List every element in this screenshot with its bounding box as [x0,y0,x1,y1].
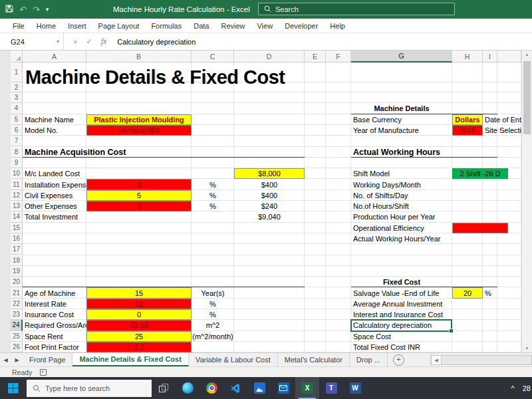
ribbon-tab-page-layout[interactable]: Page Layout [92,19,146,33]
cell-A21[interactable]: Age of Machine [23,287,86,298]
cell-C11[interactable]: % [192,179,234,190]
cell-G6[interactable]: Year of Manufacture [351,125,452,136]
row-header-3[interactable]: 3 [11,92,23,103]
column-header-G[interactable]: G [351,51,452,63]
name-box-dropdown-icon[interactable]: ▾ [57,39,59,45]
row-header-6[interactable]: 6 [11,125,23,136]
cell-G23[interactable]: Interest and Insurance Cost [351,309,452,320]
row-header-26[interactable]: 26 [11,342,23,352]
cell-G8[interactable]: Actual Working Hours [351,147,452,158]
enter-icon[interactable]: ✓ [86,37,92,46]
undo-icon[interactable]: ↶ [19,5,27,14]
vertical-scrollbar[interactable]: ▴ ▾ [521,51,532,352]
cell-C13[interactable]: % [192,201,234,211]
cell-H5[interactable]: Dollars [452,114,483,125]
column-header-B[interactable]: B [86,51,192,63]
ribbon-tab-review[interactable]: Review [215,19,251,33]
cell-G24[interactable]: Calculatory depreciation [351,320,452,331]
ribbon-tab-help[interactable]: Help [324,19,351,33]
cell-G4[interactable]: Machine Details [351,103,452,114]
column-header-I[interactable]: I [483,51,497,63]
ribbon-tab-view[interactable]: View [251,19,279,33]
cell-B12[interactable]: 5 [86,190,192,201]
column-header-H[interactable]: H [452,51,483,63]
cell-D13[interactable]: $240 [234,201,305,211]
cell-I21[interactable]: % [483,287,497,298]
cell-B22[interactable]: 11 [86,299,192,309]
select-all-corner[interactable] [11,51,23,63]
row-header-23[interactable]: 23 [11,309,23,320]
row-header-20[interactable]: 20 [11,277,23,287]
new-sheet-button[interactable]: + [393,354,404,366]
cell-G22[interactable]: Average Annual Investment [351,299,452,309]
cell-G20[interactable]: Fixed Cost [351,277,452,287]
row-header-25[interactable]: 25 [11,331,23,342]
cell-C21[interactable]: Year(s) [192,287,234,298]
row-header-21[interactable]: 21 [11,287,23,298]
row-header-8[interactable]: 8 [11,147,23,158]
worksheet-grid[interactable]: ABCDEFGHI1234567891011121314151617181920… [11,51,521,352]
cell-B6[interactable]: iArmour350 [86,125,192,136]
save-icon[interactable] [5,5,13,14]
cell-D11[interactable]: $400 [234,179,305,190]
row-header-14[interactable]: 14 [11,211,23,222]
taskbar-icon-edge[interactable] [176,377,200,399]
cell-A6[interactable]: Model No. [23,125,86,136]
column-header-D[interactable]: D [234,51,305,63]
cell-G21[interactable]: Salvage Value -End of Life [351,287,452,298]
ribbon-tab-data[interactable]: Data [188,19,215,33]
cell-A8[interactable]: Machine Acquisition Cost [23,147,86,158]
cell-H15[interactable] [452,223,508,233]
cell-G10[interactable]: Shift Model [351,168,452,179]
row-header-2[interactable]: 2 [11,82,23,92]
cell-G12[interactable]: No. of Shifts/Day [351,190,452,201]
cell-B25[interactable]: 25 [86,331,192,342]
cell-B13[interactable]: 3 [86,201,192,211]
cell-A25[interactable]: Space Rent [23,331,86,342]
ribbon-tab-formulas[interactable]: Formulas [145,19,188,33]
cell-A1[interactable]: Machine Details & Fixed Cost [23,63,86,92]
insert-function-icon[interactable]: fx [101,37,107,47]
row-header-9[interactable]: 9 [11,158,23,168]
row-header-15[interactable]: 15 [11,223,23,233]
cell-G26[interactable]: Total Fixed Cost INR [351,342,452,352]
taskbar-icon-chrome[interactable] [200,377,223,399]
cell-C24[interactable]: m^2 [192,320,234,331]
cell-A23[interactable]: Insurance Cost [23,309,86,320]
row-header-5[interactable]: 5 [11,114,23,125]
cell-G15[interactable]: Operational Efficiency [351,223,452,233]
ribbon-tab-home[interactable]: Home [31,19,62,33]
sheet-nav-right-icon[interactable]: ▶ [11,353,23,366]
horizontal-scroll-thumb[interactable] [442,355,532,365]
cell-D12[interactable]: $400 [234,190,305,201]
taskbar-icon-task-view[interactable] [152,377,176,399]
formula-input[interactable]: Calculatory depreciation [113,38,196,46]
taskbar-icon-teams[interactable]: T [319,377,343,399]
ribbon-tab-file[interactable]: File [7,19,31,33]
scroll-down-icon[interactable]: ▾ [522,344,532,352]
redo-icon[interactable]: ↷ [33,5,40,14]
cell-A12[interactable]: Civil Expenses [23,190,86,201]
cancel-icon[interactable]: × [73,38,77,46]
cell-G14[interactable]: Production Hour per Year [351,211,452,222]
taskbar-icon-excel[interactable]: X [295,377,319,399]
ribbon-tab-insert[interactable]: Insert [62,19,92,33]
taskbar-icon-photos[interactable] [247,377,271,399]
cell-G16[interactable]: Actual Working Hours/Year [351,233,452,244]
cell-I6[interactable]: Site Selecti [483,125,497,136]
macro-record-icon[interactable] [40,369,47,376]
titlebar-search-box[interactable]: Search [258,3,455,15]
sheet-tab-metal-s-calculator[interactable]: Metal's Calculator [278,353,350,366]
cell-B26[interactable]: 1.3 [86,342,192,352]
tray-chevron-icon[interactable]: ^ [511,384,515,392]
taskbar-icon-word[interactable]: W [343,377,367,399]
ribbon-tab-developer[interactable]: Developer [279,19,324,33]
column-header-A[interactable]: A [23,51,86,63]
row-header-19[interactable]: 19 [11,266,23,277]
cell-D14[interactable]: $9,040 [234,211,305,222]
row-header-4[interactable]: 4 [11,103,23,114]
row-header-22[interactable]: 22 [11,299,23,309]
cell-A26[interactable]: Foot Print Factor [23,342,86,352]
horizontal-scrollbar[interactable]: ◀ [430,353,532,366]
vertical-scroll-thumb[interactable] [523,61,531,134]
